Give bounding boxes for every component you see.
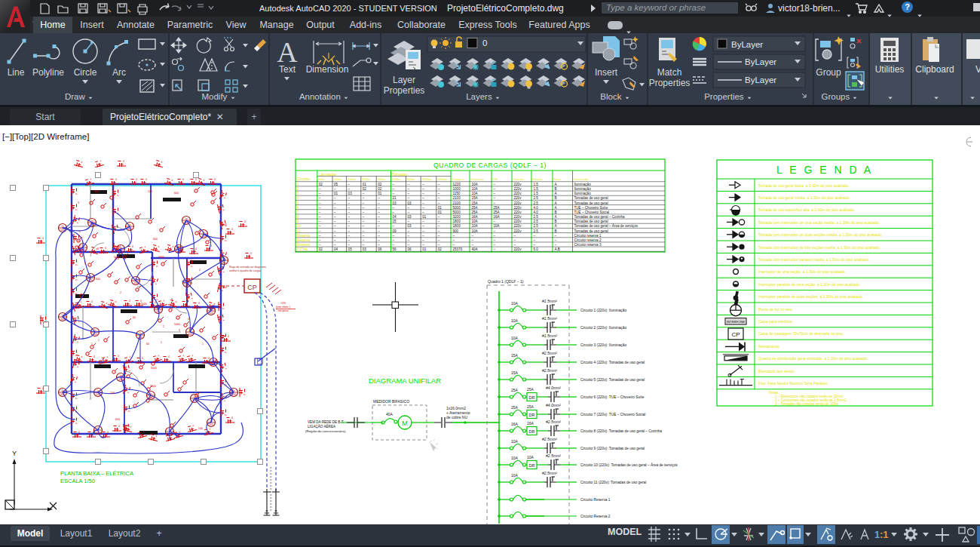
svg-text:60w: 60w xyxy=(318,177,325,181)
svg-text:Circuito 9 (220v): Tomadas de: Circuito 9 (220v): Tomadas de uso geral xyxy=(580,447,645,450)
svg-text:4: 4 xyxy=(198,302,200,305)
svg-text:ByLayer: ByLayer xyxy=(731,40,763,49)
svg-text:–: – xyxy=(422,234,424,238)
svg-text:4: 4 xyxy=(76,222,79,224)
svg-text:Reserva: Reserva xyxy=(297,243,311,247)
svg-text:–: – xyxy=(334,211,336,214)
svg-text:06: 06 xyxy=(378,247,382,251)
svg-text:Notas :: Notas : xyxy=(769,391,780,395)
svg-text:–: – xyxy=(494,238,496,242)
svg-text:05: 05 xyxy=(334,183,338,186)
svg-text:Properties: Properties xyxy=(384,85,425,96)
svg-text:4: 4 xyxy=(222,209,225,211)
svg-text:4: 4 xyxy=(78,431,80,434)
svg-text:–: – xyxy=(363,234,365,238)
svg-text:4: 4 xyxy=(224,352,227,353)
svg-text:A: A xyxy=(555,224,558,228)
svg-text:–: – xyxy=(408,211,410,214)
svg-text:16A: 16A xyxy=(511,422,519,426)
svg-text:4: 4 xyxy=(224,240,227,241)
svg-text:10A: 10A xyxy=(472,229,479,233)
svg-text:100: 100 xyxy=(191,250,196,253)
svg-text:–: – xyxy=(408,220,410,223)
svg-text:–: – xyxy=(348,211,351,214)
svg-text:220v: 220v xyxy=(514,206,522,210)
svg-text:–: – xyxy=(319,215,321,219)
svg-text:[−][Top][2D Wireframe]: [−][Top][2D Wireframe] xyxy=(2,132,89,141)
svg-text:–: – xyxy=(378,215,380,219)
svg-text:1220: 1220 xyxy=(453,183,461,186)
svg-text:–: – xyxy=(348,229,351,233)
svg-text:Circuito reserva 2: Circuito reserva 2 xyxy=(574,238,602,242)
svg-text:4: 4 xyxy=(244,220,246,223)
svg-text:220v: 220v xyxy=(514,192,522,195)
svg-text:–: – xyxy=(408,229,410,233)
svg-text:2100: 2100 xyxy=(453,196,461,200)
svg-text:600: 600 xyxy=(115,418,120,421)
svg-text:4: 4 xyxy=(76,366,79,368)
svg-text:–: – xyxy=(393,224,395,228)
svg-text:4: 4 xyxy=(192,424,194,427)
svg-text:4: 4 xyxy=(209,427,211,430)
svg-text:15A: 15A xyxy=(511,353,519,358)
svg-text:4: 4 xyxy=(93,355,95,358)
svg-text:–: – xyxy=(472,238,474,242)
svg-text:4: 4 xyxy=(127,370,130,372)
svg-text:25370: 25370 xyxy=(453,247,463,251)
svg-text:–: – xyxy=(422,211,424,214)
svg-text:Tensão: Tensão xyxy=(513,177,525,181)
svg-text:MEDIDOR BIFASICO: MEDIDOR BIFASICO xyxy=(373,399,409,404)
svg-text:–: – xyxy=(438,192,440,195)
svg-text:–: – xyxy=(334,234,336,238)
svg-text:–: – xyxy=(408,238,410,242)
svg-text:0: 0 xyxy=(482,38,487,48)
svg-text:2.5: 2.5 xyxy=(534,201,539,205)
svg-text:3200: 3200 xyxy=(453,215,461,219)
svg-text:Circuito 8 (220v): Tomadas de: Circuito 8 (220v): Tomadas de uso geral … xyxy=(580,429,662,433)
svg-text:Circuito 11 (220v): Tomadas de: Circuito 11 (220v): Tomadas de uso geral xyxy=(580,481,646,484)
svg-text:100: 100 xyxy=(115,257,119,260)
svg-text:Circuito reserva 1: Circuito reserva 1 xyxy=(574,234,602,238)
svg-text:06: 06 xyxy=(408,247,412,251)
svg-text:–: – xyxy=(494,192,496,195)
svg-text:10A: 10A xyxy=(511,336,519,340)
svg-text:–: – xyxy=(334,238,336,242)
svg-text:#1.5mm²: #1.5mm² xyxy=(542,316,557,321)
svg-text:–: – xyxy=(438,183,440,186)
svg-text:–: – xyxy=(534,234,536,238)
svg-text:–: – xyxy=(363,229,365,233)
svg-text:Tomada de uso geral baixa, a 0: Tomada de uso geral baixa, a 0.30m do pi… xyxy=(758,183,849,188)
svg-text:02: 02 xyxy=(319,247,323,251)
svg-text:–: – xyxy=(408,206,410,210)
svg-text:10A: 10A xyxy=(472,183,479,186)
svg-text:01: 01 xyxy=(334,192,338,195)
svg-text:–: – xyxy=(348,183,351,186)
svg-text:–: – xyxy=(319,196,321,200)
svg-text:4: 4 xyxy=(190,266,193,267)
svg-text:5000: 5000 xyxy=(158,256,164,259)
svg-text:6.0: 6.0 xyxy=(534,247,539,251)
svg-text:Interruptor paralelo de duas s: Interruptor paralelo de duas seções, a 1… xyxy=(758,294,863,299)
svg-text:10A: 10A xyxy=(511,301,519,306)
svg-text:Fase: Fase xyxy=(554,177,562,181)
svg-text:–: – xyxy=(393,192,395,195)
svg-text:Reserva: Reserva xyxy=(297,234,311,238)
svg-text:11: 11 xyxy=(297,229,301,233)
svg-text:5000: 5000 xyxy=(453,206,461,210)
svg-text:–: – xyxy=(378,220,380,223)
svg-text:10A: 10A xyxy=(511,439,519,444)
svg-text:–: – xyxy=(348,224,351,228)
svg-text:–: – xyxy=(334,196,336,200)
svg-text:–: – xyxy=(319,192,321,195)
svg-text:–: – xyxy=(393,183,395,186)
svg-text:5000: 5000 xyxy=(151,367,157,370)
svg-text:Circuito 6 (220v): TUE – Chuve: Circuito 6 (220v): TUE – Chuveiro Suíte xyxy=(580,395,645,399)
svg-text:–: – xyxy=(555,234,557,238)
svg-text:Tomadas de uso geral: Tomadas de uso geral xyxy=(574,196,608,200)
svg-text:3: 3 xyxy=(179,329,180,332)
svg-text:Descrição: Descrição xyxy=(574,177,589,181)
svg-text:Carga w: Carga w xyxy=(452,177,465,181)
svg-text:–: – xyxy=(422,206,424,210)
svg-text:6: 6 xyxy=(297,206,299,210)
svg-text:21: 21 xyxy=(393,196,397,200)
